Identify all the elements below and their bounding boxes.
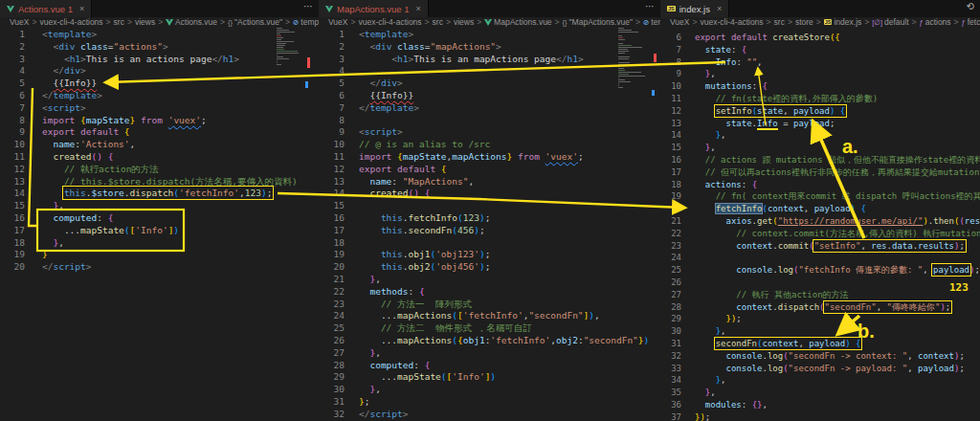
code-line[interactable]: created() {	[42, 151, 319, 164]
line-number[interactable]: 29	[660, 313, 681, 325]
line-number[interactable]: 18	[660, 179, 681, 191]
line-number[interactable]: 16	[319, 212, 345, 225]
breadcrumb-item[interactable]: [∅]default	[872, 17, 908, 27]
breadcrumb-item[interactable]: views	[135, 17, 155, 27]
line-number[interactable]: 5	[319, 78, 345, 90]
code-line[interactable]: state: {	[695, 44, 980, 56]
ruler-error-marker[interactable]	[307, 57, 310, 68]
code-line[interactable]: // 執行 其他action的方法	[695, 289, 980, 301]
line-number[interactable]: 9	[0, 126, 25, 139]
editor[interactable]: 6789101112131415161718192021222324252627…	[660, 27, 980, 421]
line-number[interactable]: 31	[319, 396, 345, 409]
line-number[interactable]: 16	[0, 212, 25, 225]
line-number[interactable]: 23	[660, 240, 681, 253]
code-line[interactable]: },	[695, 129, 980, 142]
line-number[interactable]: 30	[319, 384, 345, 396]
ruler-info-marker[interactable]	[305, 81, 308, 88]
code-line[interactable]: },	[695, 374, 980, 387]
line-number[interactable]: 27	[660, 289, 681, 301]
breadcrumb-item[interactable]: vuex-cli-4-actions	[700, 17, 763, 27]
code-line[interactable]: <div class="mapActions">	[359, 41, 660, 54]
line-number[interactable]: 10	[319, 139, 345, 151]
line-number[interactable]: 28	[319, 360, 345, 372]
line-number[interactable]: 10	[0, 139, 25, 151]
line-number[interactable]: 1	[319, 29, 345, 41]
code-line[interactable]: // fn( context用來commit 或 dispatch 呼叫acti…	[695, 190, 980, 203]
line-number[interactable]: 14	[0, 188, 25, 200]
line-number[interactable]: 5	[0, 78, 25, 90]
line-number[interactable]: 34	[660, 374, 681, 387]
line-number[interactable]: 13	[319, 176, 345, 188]
line-number[interactable]: 11	[0, 151, 25, 164]
line-number[interactable]: 1	[0, 29, 25, 41]
line-number[interactable]: 16	[660, 154, 681, 166]
breadcrumb-item[interactable]: MapActions.vue	[484, 17, 551, 27]
code-line[interactable]: <script>	[42, 102, 319, 115]
line-number[interactable]: 11	[319, 151, 345, 164]
code-line[interactable]: },	[359, 384, 660, 396]
line-number[interactable]: 8	[0, 115, 25, 127]
more-actions-icon[interactable]: ⋯	[645, 1, 655, 11]
code-line[interactable]: });	[695, 313, 980, 325]
code-line[interactable]: setInfo(state, payload) {	[695, 105, 980, 118]
code-line[interactable]: import {mapState,mapActions} from 'vuex'…	[359, 151, 660, 164]
code-line[interactable]: },	[695, 68, 980, 80]
code-line[interactable]: },	[359, 347, 660, 360]
line-number[interactable]: 10	[660, 80, 681, 93]
line-number[interactable]: 20	[0, 261, 25, 274]
code-line[interactable]: </script>	[42, 261, 319, 274]
code-line[interactable]: });	[695, 411, 980, 421]
line-number[interactable]: 27	[319, 347, 345, 360]
line-number[interactable]: 14	[319, 188, 345, 200]
breadcrumb-item[interactable]: src	[774, 17, 785, 27]
code-line[interactable]: context.dispatch("secondFn", "傳咚咚給你");	[695, 301, 980, 314]
code-line[interactable]: created() {	[359, 188, 660, 200]
close-icon[interactable]: ×	[79, 4, 84, 13]
breadcrumb-item[interactable]: src	[114, 17, 124, 27]
code-line[interactable]: ...mapState(['Info'])	[42, 225, 319, 237]
code-line[interactable]: name: "MapActions",	[359, 176, 660, 188]
code-line[interactable]: import {mapState} from 'vuex';	[42, 115, 319, 127]
code-line[interactable]: {{Info}}	[359, 90, 660, 102]
code-line[interactable]: // 方法二 物件形式 ，名稱可自訂	[359, 322, 660, 335]
line-number[interactable]: 31	[660, 338, 681, 350]
line-number[interactable]: 36	[660, 399, 681, 411]
code-line[interactable]: <template>	[359, 29, 660, 41]
code-line[interactable]: this.fetchInfo(123);	[359, 212, 660, 225]
breadcrumb-item[interactable]: ƒfetchInfo	[962, 17, 980, 27]
line-number[interactable]: 12	[0, 164, 25, 176]
code-line[interactable]: state.Info = payload;	[695, 118, 980, 130]
code-line[interactable]: </div>	[359, 78, 660, 90]
code-line[interactable]: actions: {	[695, 179, 980, 191]
code-line[interactable]: name:'Actions',	[42, 139, 319, 151]
ruler-info-marker[interactable]	[652, 90, 655, 96]
code-line[interactable]: methods: {	[359, 286, 660, 299]
code-line[interactable]: </template>	[42, 90, 319, 102]
line-number[interactable]: 22	[660, 228, 681, 240]
line-number[interactable]: 6	[319, 90, 345, 102]
line-number[interactable]: 17	[0, 225, 25, 237]
breadcrumb-item[interactable]: views	[454, 17, 474, 27]
breadcrumb-item[interactable]: vuex-cli-4-actions	[39, 17, 102, 27]
code-line[interactable]: // this.$store.dispatch(方法名稱,要傳入的資料)	[42, 176, 319, 188]
line-number[interactable]: 13	[0, 176, 25, 188]
code-line[interactable]	[359, 200, 660, 212]
ruler-error-marker[interactable]	[654, 54, 657, 62]
editor[interactable]: 1234567891011121314151617181920212223242…	[319, 27, 660, 421]
line-number[interactable]: 37	[660, 411, 681, 421]
code-line[interactable]: },	[695, 387, 980, 399]
tab-mapactions-vue[interactable]: MapActions.vue 1 ×	[319, 0, 429, 17]
code-line[interactable]: export default {	[359, 164, 660, 176]
line-number[interactable]: 12	[660, 105, 681, 118]
code-line[interactable]: <h1>This is an mapActions page</h1>	[359, 54, 660, 66]
code-line[interactable]: },	[42, 237, 319, 250]
code-line[interactable]: this.obj2('obj456');	[359, 261, 660, 274]
line-number[interactable]: 26	[319, 335, 345, 347]
code-line[interactable]: // actions 跟 mutations 類似，但他不能直接操作state裡…	[695, 154, 980, 166]
code-line[interactable]: mutations: {	[695, 80, 980, 93]
line-number[interactable]: 8	[660, 56, 681, 69]
code-line[interactable]: // fn(state裡的資料,外部傳入的參數)	[695, 93, 980, 105]
breadcrumb-item[interactable]: ⊘template	[293, 17, 319, 27]
code-line[interactable]: fetchInfo(context, payload) {	[695, 203, 980, 215]
line-number[interactable]: 15	[319, 200, 345, 212]
